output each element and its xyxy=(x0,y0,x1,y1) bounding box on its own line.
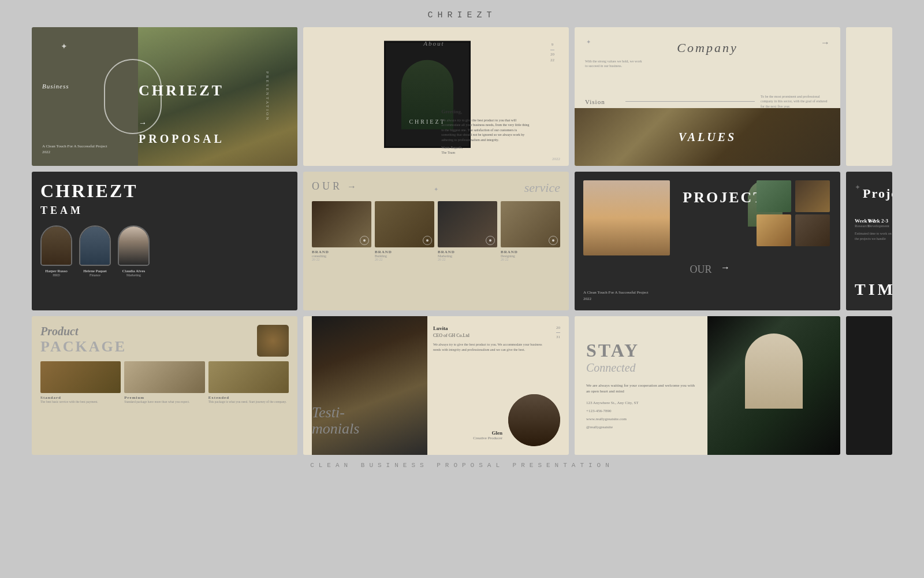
slide3-company: Company xyxy=(585,36,830,55)
slide-testimonials: Luvita CEO of GH Co.Ltd We always try to… xyxy=(303,316,569,455)
slide-stay-connected: ✦ STAY Connected We are always waiting f… xyxy=(575,316,840,455)
slide2-chriezt: CHRIEZT xyxy=(409,118,445,124)
slide-extra-1 xyxy=(846,27,892,166)
service-1: BRAND consulting 20 22 xyxy=(312,201,371,261)
slide-business-proposal: ✦ Business CHRIEZT → PROPOSAL A Clean To… xyxy=(32,27,297,166)
slide2-about: About xyxy=(423,40,444,47)
service-3: BRAND Marketing 20 22 xyxy=(438,201,497,261)
slide2-year: 2022 xyxy=(552,157,560,161)
partial-proj: Proje xyxy=(863,186,892,201)
pkg-extended: Extended This package is what you need. … xyxy=(208,395,289,404)
vision-label: Vision xyxy=(585,98,620,105)
testimonial-person2-info: Glen Creative Producer xyxy=(473,430,502,440)
slide4-team: TEAM xyxy=(40,205,289,217)
slide-timeline-partial: ✦ Proje Week 1-2 Research Week 2-3 Devel… xyxy=(846,172,892,310)
slide3-arrow: → xyxy=(821,38,830,48)
star-icon: ✦ xyxy=(61,42,68,51)
slide5-service: service xyxy=(524,180,560,195)
slide9-stay: STAY xyxy=(586,340,696,361)
pkg-img-3 xyxy=(208,361,289,393)
slide6-bottom: A Clean Touch For A Successful Project 2… xyxy=(583,290,649,302)
pkg-premium: Premium Standard package have more than … xyxy=(124,395,204,404)
slide1-vertical: PRESENTATION xyxy=(266,72,270,122)
week2: Week 2-3 Development xyxy=(867,218,889,228)
project-img-4 xyxy=(795,214,830,246)
slide-extra-3 xyxy=(846,316,892,455)
pkg-standard: Standard The best basic service with the… xyxy=(40,395,121,404)
slide-service: OUR → service ✦ BRAND consulting 20 22 B… xyxy=(303,172,569,310)
slide5-arrow: → xyxy=(347,181,356,192)
slide1-info: A Clean Touch For A Successful Project 2… xyxy=(42,144,107,155)
slide9-right-panel xyxy=(707,316,840,455)
pkg-img-1 xyxy=(40,361,121,393)
member-1: Harper Russo HRD xyxy=(40,225,72,277)
slide6-arrow: → xyxy=(721,262,730,273)
slide9-arch xyxy=(745,334,803,409)
slide-project: PROJECT OUR → A Clean Touch For A Succes… xyxy=(575,172,840,310)
testimonial-person1-info: Luvita CEO of GH Co.Ltd xyxy=(433,325,470,339)
service-2: BRAND Building 20 22 xyxy=(375,201,434,261)
slide2-date: 9 20 22 xyxy=(550,42,554,64)
bottom-subtitle: CLEAN BUSINESS PROPOSAL PRESENTATION xyxy=(310,455,614,473)
slide-team: CHRIEZT TEAM Harper Russo HRD Helene Paq… xyxy=(32,172,297,310)
slide8-date: 20 31 xyxy=(556,325,560,340)
service-4: BRAND Designing 20 22 xyxy=(501,201,560,261)
project-main-img xyxy=(583,180,670,255)
slide5-star: ✦ xyxy=(434,186,438,192)
slide7-package: PACKAGE xyxy=(40,338,289,355)
slide7-clock-img xyxy=(257,325,289,357)
slide1-business-label: Business xyxy=(42,83,69,90)
slide2-greeting: Greeting, We always try to give the best… xyxy=(441,108,531,155)
testimonials-label: Testi-monials xyxy=(312,405,359,438)
slide-product-package: Product PACKAGE Standard The best basic … xyxy=(32,316,297,455)
pkg-img-2 xyxy=(124,361,204,393)
slide6-project: PROJECT xyxy=(683,189,765,206)
project-img-3 xyxy=(757,214,791,246)
slide7-product: Product xyxy=(40,325,289,338)
slide3-values: VALUES xyxy=(679,131,736,144)
slide4-chriezt: CHRIEZT xyxy=(40,180,289,202)
slide1-proposal: PROPOSAL xyxy=(139,132,225,146)
partial-star: ✦ xyxy=(855,183,860,192)
slide1-chriezt: CHRIEZT xyxy=(139,82,224,120)
testimonial-quote1: We always try to give the best product t… xyxy=(433,342,549,353)
slide3-star: ✦ xyxy=(586,39,591,45)
slide6-our: OUR xyxy=(690,264,712,276)
app-title: CHRIEZT xyxy=(427,0,496,27)
slide9-contact: We are always waiting for your cooperati… xyxy=(586,383,696,432)
slide-company: ✦ Company → With the strong values we ho… xyxy=(575,27,840,166)
testimonial-person2-img xyxy=(508,394,560,446)
project-img-2 xyxy=(795,180,830,212)
partial-est: Estimated time to work on the projects w… xyxy=(855,231,892,241)
member-2: Helene Paquet Finance xyxy=(79,225,111,277)
project-img-1 xyxy=(757,180,791,212)
slide5-our: OUR xyxy=(312,180,342,192)
member-3: Claudia Alves Marketing xyxy=(118,225,150,277)
slide-about: CHRIEZT About 9 20 22 Greeting, We alway… xyxy=(303,27,569,166)
vision-desc: To be the most prominent and professiona… xyxy=(761,94,830,109)
slide9-connected: Connected xyxy=(586,361,696,375)
partial-timeline: TIMEL xyxy=(855,280,892,299)
slide3-desc: With the strong values we hold, we work … xyxy=(585,59,643,69)
